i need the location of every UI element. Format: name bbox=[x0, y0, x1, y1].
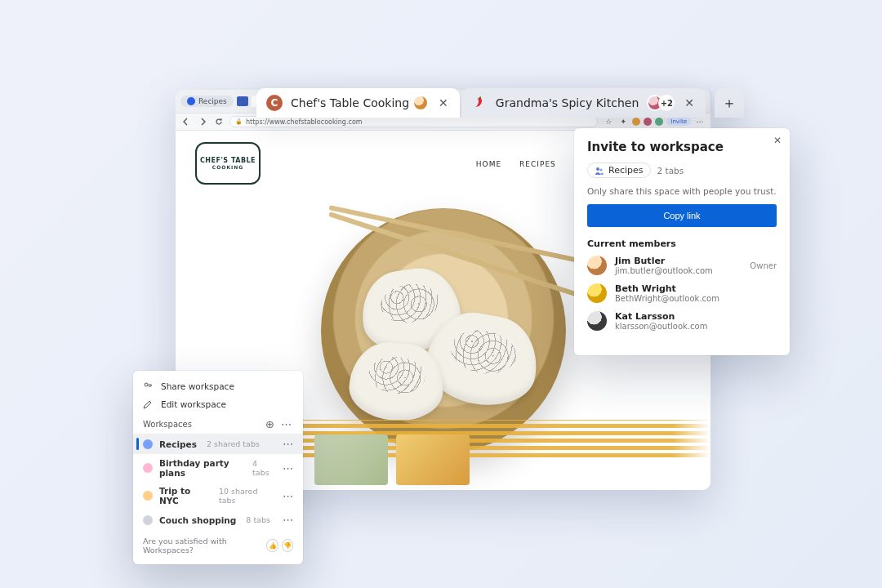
workspace-color-dot bbox=[143, 463, 153, 473]
new-tab-button[interactable]: ＋ bbox=[715, 88, 744, 118]
avatar-overflow-badge: +2 bbox=[658, 95, 675, 111]
profile-dot-3 bbox=[655, 118, 663, 126]
tab-presence-avatars bbox=[417, 95, 429, 111]
invite-panel: ✕ Invite to workspace Recipes 2 tabs Onl… bbox=[574, 128, 790, 355]
extensions-icon[interactable]: ✦ bbox=[617, 116, 629, 127]
workspace-item-more-icon[interactable]: ⋯ bbox=[279, 514, 296, 526]
feedback-row: Are you satisfied with Workspaces? 👍 👎 bbox=[133, 530, 303, 556]
workspace-chip[interactable]: Recipes bbox=[587, 163, 651, 178]
workspace-label: Recipes bbox=[159, 439, 197, 449]
tab-count: 2 tabs bbox=[657, 166, 684, 176]
member-role: Owner bbox=[750, 261, 777, 270]
svg-point-3 bbox=[149, 385, 151, 387]
address-bar[interactable]: 🔒 https://www.chefstablecooking.com bbox=[229, 116, 598, 127]
share-workspace-item[interactable]: Share workspace bbox=[133, 377, 303, 395]
site-nav: HOME RECIPES A bbox=[476, 160, 580, 168]
logo-line-1: CHEF'S TABLE bbox=[200, 157, 256, 164]
add-workspace-button[interactable]: ⊕ bbox=[262, 418, 278, 430]
members-heading: Current members bbox=[587, 238, 777, 249]
brush-stroke-graphic bbox=[241, 420, 710, 457]
workspace-label: Birthday party plans bbox=[159, 458, 243, 478]
back-button[interactable] bbox=[180, 116, 192, 127]
tab-chefs-table[interactable]: C Chef's Table Cooking ✕ bbox=[256, 88, 460, 118]
close-tab-icon[interactable]: ✕ bbox=[683, 96, 696, 109]
menu-item-label: Edit workspace bbox=[161, 399, 226, 409]
workspaces-more-icon[interactable]: ⋯ bbox=[278, 418, 295, 430]
workspaces-heading: Workspaces bbox=[143, 420, 192, 429]
member-name: Beth Wright bbox=[615, 283, 719, 294]
avatar bbox=[587, 311, 607, 331]
svg-point-1 bbox=[599, 168, 602, 171]
invite-hint: Only share this space with people you tr… bbox=[587, 186, 777, 196]
avatar bbox=[587, 283, 607, 303]
workspace-sub: 10 shared tabs bbox=[219, 487, 273, 505]
big-tab-strip: C Chef's Table Cooking ✕ Grandma's Spicy… bbox=[256, 88, 744, 118]
tab-presence-avatars: +2 bbox=[647, 95, 675, 111]
workspace-icon bbox=[187, 97, 195, 105]
workspace-sub: 2 shared tabs bbox=[207, 439, 260, 448]
invite-pill[interactable]: Invite bbox=[666, 118, 691, 126]
invite-title: Invite to workspace bbox=[587, 140, 777, 154]
pencil-icon bbox=[143, 400, 154, 409]
star-icon[interactable]: ☆ bbox=[603, 116, 614, 127]
workspace-item-more-icon[interactable]: ⋯ bbox=[279, 438, 296, 450]
workspace-sub: 8 tabs bbox=[246, 515, 270, 524]
refresh-button[interactable] bbox=[213, 116, 225, 127]
feedback-question: Are you satisfied with Workspaces? bbox=[143, 537, 263, 555]
nav-home[interactable]: HOME bbox=[476, 160, 501, 168]
member-name: Jim Butler bbox=[615, 256, 713, 266]
copy-link-button[interactable]: Copy link bbox=[587, 204, 777, 227]
workspace-item-couch[interactable]: Couch shopping 8 tabs ⋯ bbox=[133, 510, 303, 530]
workspace-item-more-icon[interactable]: ⋯ bbox=[279, 462, 296, 474]
logo-line-2: COOKING bbox=[212, 164, 243, 170]
avatar bbox=[412, 95, 429, 111]
recipe-thumb[interactable] bbox=[314, 434, 388, 485]
app-menu-button[interactable]: ⋯ bbox=[694, 116, 706, 127]
forward-button[interactable] bbox=[197, 116, 208, 127]
workspace-item-birthday[interactable]: Birthday party plans 4 tabs ⋯ bbox=[133, 454, 303, 482]
workspace-label: Couch shopping bbox=[159, 515, 236, 525]
close-icon[interactable]: ✕ bbox=[773, 135, 782, 146]
member-email: BethWright@outlook.com bbox=[615, 294, 719, 303]
edit-workspace-item[interactable]: Edit workspace bbox=[133, 395, 303, 413]
tab-separator bbox=[710, 93, 711, 113]
lock-icon: 🔒 bbox=[235, 118, 243, 125]
workspace-label: Trip to NYC bbox=[159, 486, 209, 506]
menu-item-label: Share workspace bbox=[161, 381, 234, 391]
workspace-color-dot bbox=[143, 515, 153, 525]
workspace-color-dot bbox=[143, 439, 153, 449]
thumbs-down-icon[interactable]: 👎 bbox=[282, 539, 293, 552]
thumbs-up-icon[interactable]: 👍 bbox=[266, 539, 278, 552]
nav-recipes[interactable]: RECIPES bbox=[519, 160, 556, 168]
site-logo-badge: CHEF'S TABLE COOKING bbox=[195, 142, 261, 185]
member-row: Jim Butler jim.butler@outlook.com Owner bbox=[587, 256, 777, 275]
member-email: jim.butler@outlook.com bbox=[615, 266, 713, 275]
favicon-pepper bbox=[471, 95, 488, 111]
address-url: https://www.chefstablecooking.com bbox=[246, 118, 363, 126]
member-name: Kat Larsson bbox=[615, 311, 707, 322]
tab-title: Chef's Table Cooking bbox=[291, 96, 409, 109]
recipe-thumb[interactable] bbox=[396, 434, 470, 485]
profile-dot-2 bbox=[644, 118, 652, 126]
close-tab-icon[interactable]: ✕ bbox=[437, 96, 450, 109]
workspace-item-nyc[interactable]: Trip to NYC 10 shared tabs ⋯ bbox=[133, 482, 303, 510]
member-row: Beth Wright BethWright@outlook.com bbox=[587, 283, 777, 303]
share-icon bbox=[143, 381, 154, 391]
workspaces-menu: Share workspace Edit workspace Workspace… bbox=[133, 371, 303, 564]
workspace-item-more-icon[interactable]: ⋯ bbox=[279, 490, 296, 502]
svg-point-2 bbox=[145, 383, 148, 386]
tab-title: Grandma's Spicy Kitchen bbox=[496, 96, 639, 109]
workspace-item-recipes[interactable]: Recipes 2 shared tabs ⋯ bbox=[133, 434, 303, 454]
workspace-chip-label: Recipes bbox=[608, 165, 644, 176]
vertical-tabs-icon[interactable] bbox=[237, 96, 248, 106]
tab-grandmas-kitchen[interactable]: Grandma's Spicy Kitchen +2 ✕ bbox=[461, 88, 706, 118]
workspace-sub: 4 tabs bbox=[252, 459, 273, 477]
profile-dot-1 bbox=[632, 118, 640, 126]
workspace-pill-label: Recipes bbox=[198, 97, 227, 105]
member-row: Kat Larsson klarsson@outlook.com bbox=[587, 311, 777, 331]
people-icon bbox=[595, 166, 604, 176]
workspaces-heading-row: Workspaces ⊕ ⋯ bbox=[133, 413, 303, 434]
workspace-pill[interactable]: Recipes bbox=[180, 96, 234, 107]
workspace-color-dot bbox=[143, 491, 153, 501]
avatar bbox=[587, 256, 607, 275]
